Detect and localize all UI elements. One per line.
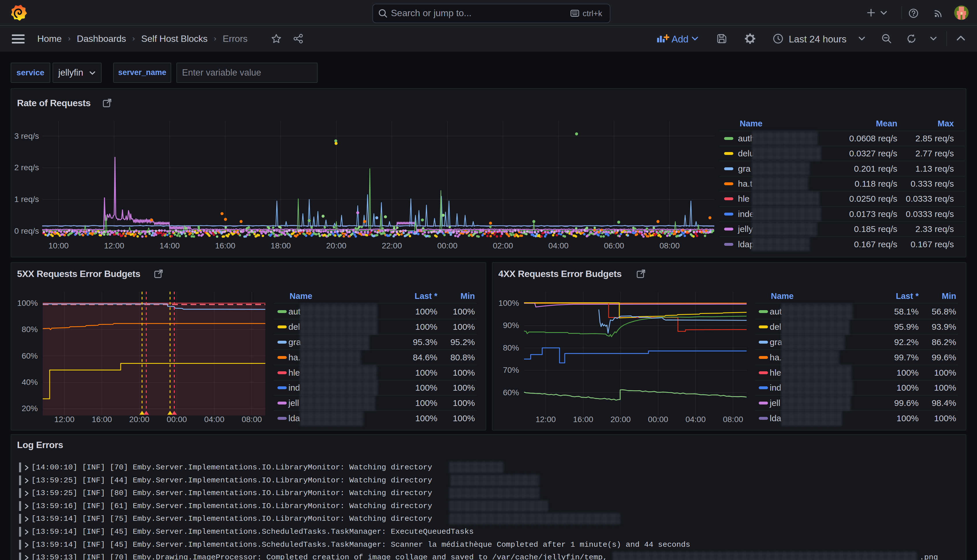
svg-text:16:00: 16:00	[215, 241, 235, 250]
svg-text:40%: 40%	[22, 378, 38, 387]
svg-text:20:00: 20:00	[129, 415, 150, 424]
svg-text:00:00: 00:00	[438, 241, 458, 250]
svg-text:22:00: 22:00	[382, 241, 402, 250]
svg-text:90%: 90%	[503, 321, 519, 330]
svg-text:60%: 60%	[22, 352, 38, 360]
svg-text:04:00: 04:00	[548, 241, 568, 250]
svg-text:08:00: 08:00	[242, 415, 262, 424]
svg-text:02:00: 02:00	[493, 241, 513, 250]
svg-text:14:00: 14:00	[160, 241, 180, 250]
svg-text:04:00: 04:00	[204, 415, 224, 424]
svg-text:20:00: 20:00	[611, 415, 631, 424]
svg-text:08:00: 08:00	[660, 241, 680, 250]
svg-text:1 req/s: 1 req/s	[14, 195, 39, 204]
svg-text:60%: 60%	[503, 388, 519, 397]
svg-text:70%: 70%	[503, 365, 519, 375]
svg-text:0 req/s: 0 req/s	[14, 227, 39, 235]
svg-text:00:00: 00:00	[648, 415, 668, 424]
svg-text:16:00: 16:00	[573, 415, 593, 424]
svg-text:3 req/s: 3 req/s	[14, 132, 39, 140]
svg-text:100%: 100%	[498, 298, 519, 308]
svg-text:10:00: 10:00	[48, 241, 69, 250]
svg-text:12:00: 12:00	[104, 241, 124, 250]
svg-text:08:00: 08:00	[723, 415, 743, 424]
svg-text:12:00: 12:00	[536, 415, 556, 424]
svg-text:18:00: 18:00	[271, 241, 291, 250]
svg-text:12:00: 12:00	[54, 415, 75, 424]
svg-text:80%: 80%	[22, 325, 38, 334]
svg-text:100%: 100%	[17, 298, 38, 308]
svg-text:04:00: 04:00	[685, 415, 706, 424]
svg-text:16:00: 16:00	[92, 415, 112, 424]
svg-text:2 req/s: 2 req/s	[14, 163, 39, 172]
svg-text:20%: 20%	[22, 404, 38, 413]
svg-text:06:00: 06:00	[604, 241, 624, 250]
svg-text:20:00: 20:00	[326, 241, 346, 250]
svg-text:00:00: 00:00	[167, 415, 187, 424]
svg-text:80%: 80%	[503, 343, 519, 352]
